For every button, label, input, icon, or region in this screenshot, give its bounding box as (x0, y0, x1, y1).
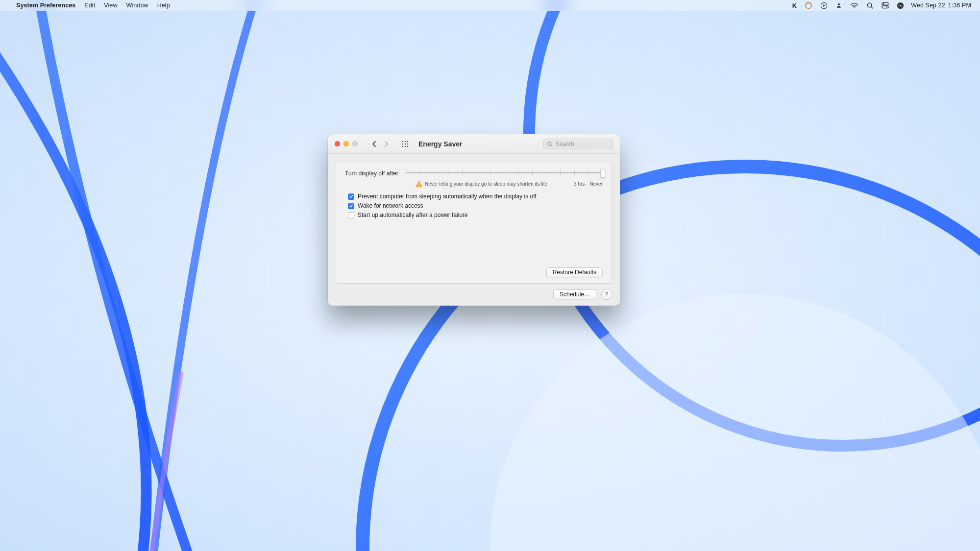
control-center-icon[interactable] (878, 0, 893, 11)
window-footer: Schedule… ? (328, 284, 620, 306)
search-field[interactable] (543, 139, 613, 149)
svg-point-16 (405, 141, 406, 142)
checkbox-wake-for-network-label: Wake for network access (358, 202, 423, 209)
status-icon-play[interactable] (816, 0, 832, 11)
energy-saver-window: Energy Saver Turn display off after: (328, 134, 620, 306)
checkbox-startup-after-failure-box[interactable] (348, 212, 354, 218)
checkbox-wake-for-network-box[interactable] (348, 203, 354, 209)
svg-line-25 (551, 144, 552, 146)
show-all-button[interactable] (400, 139, 411, 149)
svg-rect-26 (418, 183, 419, 185)
energy-saver-pane: Turn display off after: (328, 154, 620, 284)
menu-help[interactable]: Help (153, 2, 174, 9)
checkbox-startup-after-failure[interactable]: Start up automatically after a power fai… (348, 212, 603, 218)
slider-tick-3hrs: 3 hrs (574, 181, 585, 187)
svg-point-22 (405, 145, 406, 147)
wifi-icon[interactable] (846, 0, 862, 11)
svg-point-18 (402, 143, 404, 144)
checkbox-prevent-sleep[interactable]: Prevent computer from sleeping automatic… (348, 193, 603, 200)
checkbox-prevent-sleep-box[interactable] (348, 193, 354, 200)
menu-edit[interactable]: Edit (80, 2, 99, 9)
svg-point-24 (548, 142, 551, 145)
menubar-time[interactable]: 1:36 PM (947, 0, 975, 11)
svg-point-13 (886, 6, 888, 8)
window-title: Energy Saver (418, 140, 463, 148)
status-icon-2[interactable] (801, 0, 816, 11)
display-sleep-label: Turn display off after: (345, 169, 400, 177)
window-toolbar: Energy Saver (328, 134, 620, 154)
restore-defaults-button[interactable]: Restore Defaults (546, 267, 603, 277)
back-button[interactable] (368, 138, 380, 150)
window-zoom-button[interactable] (352, 141, 358, 146)
display-sleep-slider[interactable] (406, 169, 603, 178)
svg-point-17 (407, 141, 409, 142)
svg-rect-10 (882, 2, 888, 5)
svg-point-15 (402, 141, 404, 142)
svg-line-9 (871, 6, 873, 8)
checkbox-wake-for-network[interactable]: Wake for network access (348, 202, 603, 209)
slider-tick-never: Never (589, 181, 603, 187)
menubar: System Preferences Edit View Window Help… (0, 0, 980, 11)
energy-saver-content: Turn display off after: (336, 162, 612, 284)
window-minimize-button[interactable] (343, 141, 349, 146)
svg-point-8 (868, 3, 872, 7)
forward-button[interactable] (380, 138, 392, 150)
status-icon-user[interactable] (832, 0, 846, 11)
status-icon-1[interactable]: K (788, 0, 801, 11)
traffic-lights (335, 141, 361, 146)
svg-point-19 (405, 143, 406, 144)
menu-view[interactable]: View (99, 2, 122, 9)
svg-point-20 (407, 143, 409, 144)
checkbox-prevent-sleep-label: Prevent computer from sleeping automatic… (358, 193, 537, 200)
svg-point-7 (854, 7, 855, 8)
menu-window[interactable]: Window (122, 2, 153, 9)
search-icon (547, 141, 553, 147)
svg-point-21 (402, 145, 404, 147)
schedule-button[interactable]: Schedule… (553, 289, 596, 299)
svg-point-6 (838, 3, 840, 5)
svg-point-27 (418, 185, 419, 186)
display-sleep-slider-thumb[interactable] (600, 169, 605, 178)
help-button[interactable]: ? (601, 289, 612, 300)
warning-text: Never letting your display go to sleep m… (425, 181, 547, 187)
spotlight-icon[interactable] (862, 0, 878, 11)
svg-point-23 (407, 145, 409, 147)
menubar-app-name[interactable]: System Preferences (12, 2, 80, 9)
menubar-date[interactable]: Wed Sep 22 (908, 0, 947, 11)
svg-point-12 (883, 3, 884, 4)
siri-icon[interactable] (893, 0, 908, 11)
checkbox-startup-after-failure-label: Start up automatically after a power fai… (358, 212, 468, 218)
search-input[interactable] (555, 140, 610, 148)
warning-icon (416, 181, 422, 187)
window-close-button[interactable] (335, 141, 340, 146)
